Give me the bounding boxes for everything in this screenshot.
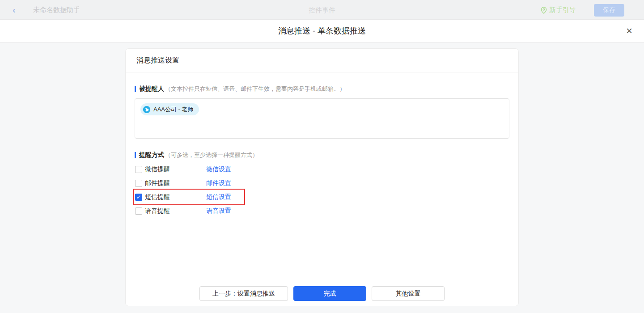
- done-button[interactable]: 完成: [293, 286, 366, 301]
- modal-title: 消息推送 - 单条数据推送: [0, 20, 644, 42]
- checkbox[interactable]: [135, 194, 142, 201]
- previous-step-button[interactable]: 上一步：设置消息推送: [199, 286, 288, 301]
- map-pin-icon: [541, 7, 547, 14]
- other-settings-button[interactable]: 其他设置: [372, 286, 445, 301]
- push-settings-card: 消息推送设置 被提醒人 （文本控件只在短信、语音、邮件下生效，需要内容是手机或邮…: [125, 48, 519, 306]
- save-button[interactable]: 保存: [594, 4, 624, 17]
- card-title: 消息推送设置: [126, 49, 518, 72]
- remind-section-label: 提醒方式 （可多选，至少选择一种提醒方式）: [135, 151, 509, 159]
- recipients-input-area[interactable]: AAA公司 - 老师: [135, 98, 509, 139]
- option-row-wechat: 微信提醒 微信设置: [135, 162, 231, 176]
- checkbox[interactable]: [135, 207, 142, 215]
- sms-settings-link[interactable]: 短信设置: [206, 193, 231, 201]
- modal-header: 消息推送 - 单条数据推送 ×: [0, 20, 644, 42]
- recipient-tag[interactable]: AAA公司 - 老师: [140, 103, 199, 115]
- option-label[interactable]: 微信提醒: [145, 165, 206, 173]
- option-row-sms: 短信提醒 短信设置: [135, 190, 231, 204]
- recipients-title: 被提醒人: [139, 85, 164, 93]
- recipients-section-label: 被提醒人 （文本控件只在短信、语音、邮件下生效，需要内容是手机或邮箱。）: [135, 85, 509, 93]
- remind-options-list: 微信提醒 微信设置 邮件提醒 邮件设置 短信提醒 短信设置: [135, 162, 509, 218]
- remind-title: 提醒方式: [139, 151, 164, 159]
- option-label[interactable]: 邮件提醒: [145, 179, 206, 187]
- checkbox[interactable]: [135, 180, 142, 187]
- beginner-guide-label: 新手引导: [549, 6, 576, 14]
- option-label[interactable]: 语音提醒: [145, 207, 206, 215]
- top-app-bar: ‹ 未命名数据助手 控件事件 新手引导 保存: [0, 0, 644, 20]
- recipient-tag-label: AAA公司 - 老师: [153, 106, 194, 114]
- option-row-voice: 语音提醒 语音设置: [135, 204, 231, 218]
- dingtalk-icon: [143, 106, 151, 114]
- section-accent-bar: [135, 152, 136, 158]
- recipients-note: （文本控件只在短信、语音、邮件下生效，需要内容是手机或邮箱。）: [165, 85, 345, 93]
- modal-body: 消息推送设置 被提醒人 （文本控件只在短信、语音、邮件下生效，需要内容是手机或邮…: [0, 42, 644, 313]
- wechat-settings-link[interactable]: 微信设置: [206, 165, 231, 173]
- card-body: 被提醒人 （文本控件只在短信、语音、邮件下生效，需要内容是手机或邮箱。） AAA…: [126, 72, 518, 281]
- option-label[interactable]: 短信提醒: [145, 193, 206, 201]
- voice-settings-link[interactable]: 语音设置: [206, 207, 231, 215]
- card-footer: 上一步：设置消息推送 完成 其他设置: [126, 281, 518, 306]
- message-push-modal: 消息推送 - 单条数据推送 × 消息推送设置 被提醒人 （文本控件只在短信、语音…: [0, 20, 644, 313]
- close-icon[interactable]: ×: [626, 25, 632, 37]
- section-accent-bar: [135, 86, 136, 92]
- email-settings-link[interactable]: 邮件设置: [206, 179, 231, 187]
- checkbox[interactable]: [135, 166, 142, 173]
- remind-note: （可多选，至少选择一种提醒方式）: [165, 151, 258, 159]
- beginner-guide-button[interactable]: 新手引导: [541, 6, 576, 14]
- option-row-email: 邮件提醒 邮件设置: [135, 176, 231, 190]
